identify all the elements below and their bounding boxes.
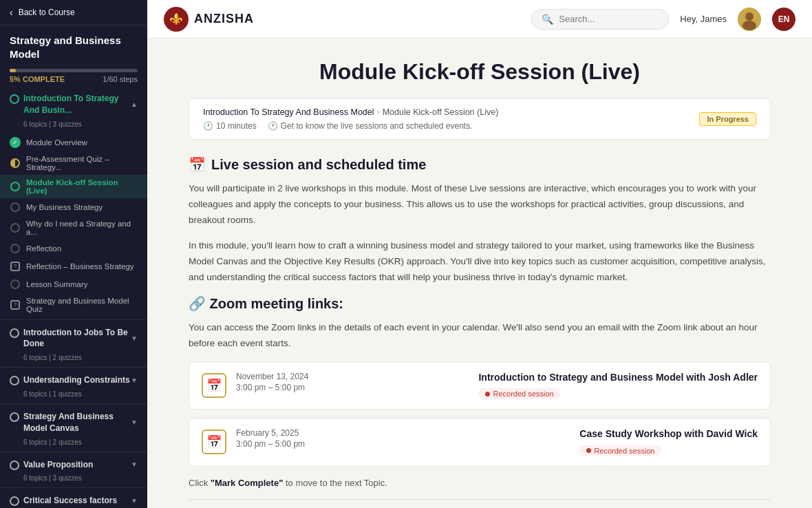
lesson-item-strategy-quiz[interactable]: ? Strategy and Business Model Quiz [0,293,147,317]
lesson-item-kickoff[interactable]: Module Kick-off Session (Live) [0,175,147,198]
paragraph2: In this module, you'll learn how to craf… [189,238,771,286]
module-sub-intro-jobs: 6 topics | 2 quizzes [0,352,147,367]
event-title-1: Introduction to Strategy and Business Mo… [478,372,758,383]
chevron-down-icon1: ▼ [131,335,138,342]
lesson-icon-quiz2: ? [10,299,21,310]
lesson-label-kickoff: Module Kick-off Session (Live) [26,178,138,195]
module-value-prop: Value Proposition ▼ 6 topics | 3 quizzes [0,452,147,489]
live-session-heading: 📅 Live session and scheduled time [189,156,771,173]
module-title-canvas: Strategy And Business Model Canvas [23,411,131,434]
lesson-icon-quiz1: ? [10,261,21,272]
sidebar: ‹ Back to Course Strategy and Business M… [0,0,147,508]
lesson-label-lesson-summary: Lesson Summary [26,280,87,288]
module-title-value-prop: Value Proposition [23,459,93,471]
search-input[interactable] [559,14,659,24]
module-constraints: Understanding Constraints ▼ 6 topics | 1… [0,368,147,404]
nav-right: 🔍 Hey, James EN [531,8,795,31]
event-time-1: 3:00 pm – 5:00 pm [236,383,469,392]
event-date-1: November 13, 2024 [236,372,469,381]
module-header-intro-strategy[interactable]: Introduction To Strategy And Busin... ▲ [0,86,147,119]
module-sub-canvas: 6 topics | 2 quizzes [0,437,147,452]
chevron-left-icon: ‹ [10,7,13,18]
logo-text: ANZISHA [194,12,254,26]
lesson-label-my-strategy: My Business Strategy [26,203,103,211]
breadcrumb-current: Module Kick-off Session (Live) [383,107,499,117]
lesson-icon-circle3 [10,243,21,254]
lesson-icon-check: ✓ [10,137,21,148]
info-icon: 🕐 [268,121,278,131]
module-intro-jobs: Introduction to Jobs To Be Done ▼ 6 topi… [0,320,147,368]
back-to-course-button[interactable]: ‹ Back to Course [0,0,147,25]
click-note: Click "Mark Complete" to move to the nex… [189,478,771,488]
module-title-intro-jobs: Introduction to Jobs To Be Done [23,327,131,350]
module-sub-value-prop: 6 topics | 3 quizzes [0,473,147,487]
event-calendar-icon-1: 📅 [202,373,226,398]
module-sub-intro-strategy: 6 topics | 3 quizzes [0,119,147,134]
event-details-1: November 13, 2024 3:00 pm – 5:00 pm [236,372,469,392]
chevron-down-icon4: ▼ [131,461,138,468]
divider [189,499,771,500]
chevron-down-icon2: ▼ [131,377,138,384]
user-greeting: Hey, James [680,14,727,24]
zoom-heading: 🔗 Zoom meeting links: [189,295,771,312]
chevron-down-icon5: ▼ [131,497,138,505]
breadcrumb: Introduction To Strategy And Business Mo… [203,107,498,117]
module-title-critical-success: Critical Success factors [23,495,117,507]
lesson-icon-circle2 [10,222,21,233]
lesson-item-lesson-summary[interactable]: Lesson Summary [0,275,147,293]
module-header-value-prop[interactable]: Value Proposition ▼ [0,452,147,474]
search-box[interactable]: 🔍 [531,9,669,30]
lesson-item-why-strategy[interactable]: Why do I need a Strategy and a... [0,216,147,240]
chevron-down-icon3: ▼ [131,419,138,426]
module-header-critical-success[interactable]: Critical Success factors ▼ [0,488,147,508]
lesson-icon-circle-active [10,181,21,192]
lesson-label-reflection-biz: Reflection – Business Strategy [26,262,134,271]
module-icon-intro-jobs [10,328,19,338]
event-card-2: 📅 February 5, 2025 3:00 pm – 5:00 pm Cas… [189,418,771,467]
back-label: Back to Course [19,8,75,17]
module-canvas: Strategy And Business Model Canvas ▼ 6 t… [0,404,147,452]
svg-point-2 [742,21,756,30]
duration-label: 🕐 10 minutes [203,121,257,131]
progress-bar-fill [10,69,16,72]
lesson-item-reflection-biz[interactable]: ? Reflection – Business Strategy [0,257,147,275]
lesson-item-my-strategy[interactable]: My Business Strategy [0,198,147,216]
recorded-badge-1: Recorded session [478,388,560,399]
breadcrumb-meta: 🕐 10 minutes 🕐 Get to know the live sess… [203,121,498,131]
lesson-label-why-strategy: Why do I need a Strategy and a... [26,220,138,236]
lesson-label-pre-assessment: Pre-Assessment Quiz – Strategy... [26,155,138,171]
module-title-constraints: Understanding Constraints [23,374,130,386]
module-title-intro-strategy: Introduction To Strategy And Busin... [23,93,131,116]
status-badge: In Progress [699,112,756,126]
event-title-2: Case Study Workshop with David Wick [579,428,758,439]
main-area: ⚜️ ANZISHA 🔍 Hey, James EN Module Kick-o… [147,0,812,508]
module-sub-constraints: 6 topics | 1 quizzes [0,389,147,403]
module-header-constraints[interactable]: Understanding Constraints ▼ [0,368,147,389]
event-time-2: 3:00 pm – 5:00 pm [236,439,570,449]
search-icon: 🔍 [542,14,553,25]
lesson-item-pre-assessment[interactable]: Pre-Assessment Quiz – Strategy... [0,151,147,175]
svg-point-1 [745,12,754,21]
language-button[interactable]: EN [772,8,795,31]
zoom-section: 🔗 Zoom meeting links: You can access the… [189,295,771,467]
breadcrumb-parent: Introduction To Strategy And Business Mo… [203,107,374,117]
zoom-text: You can access the Zoom links in the det… [189,320,771,352]
module-icon-critical-success [10,496,19,506]
event-calendar-icon-2: 📅 [202,430,226,454]
lesson-item-reflection[interactable]: Reflection [0,240,147,257]
progress-steps: 1/60 steps [103,75,138,83]
page-title: Module Kick-off Session (Live) [189,59,771,85]
recorded-dot-1 [485,392,490,396]
chevron-up-icon: ▲ [131,100,138,108]
lesson-label-strategy-quiz: Strategy and Business Model Quiz [26,297,138,313]
lesson-item-module-overview[interactable]: ✓ Module Overview [0,134,147,151]
module-header-intro-jobs[interactable]: Introduction to Jobs To Be Done ▼ [0,320,147,353]
recorded-dot-2 [586,448,591,453]
module-critical-success: Critical Success factors ▼ 6 topics | 2 … [0,488,147,508]
breadcrumb-separator: › [377,107,380,117]
lesson-label-reflection: Reflection [26,244,61,253]
event-date-2: February 5, 2025 [236,428,570,438]
module-header-canvas[interactable]: Strategy And Business Model Canvas ▼ [0,404,147,437]
recorded-badge-2: Recorded session [579,445,661,456]
clock-icon: 🕐 [203,121,213,131]
